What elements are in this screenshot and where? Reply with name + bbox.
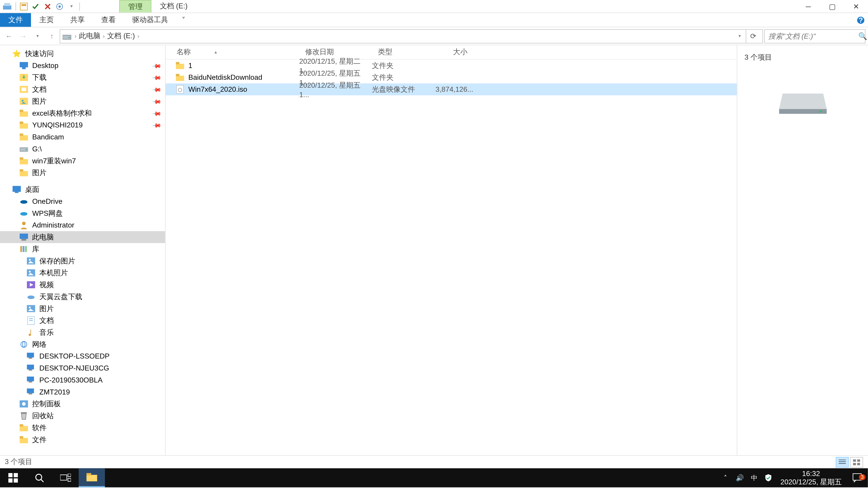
notification-button[interactable]: 3 — [846, 473, 868, 483]
refresh-icon[interactable]: ⟳ — [746, 30, 760, 43]
ribbon-tab-home[interactable]: 主页 — [31, 13, 62, 27]
tree-item[interactable]: ZMT2019 — [0, 386, 165, 398]
search-box[interactable]: 🔍 — [764, 29, 866, 43]
chevron-right-icon[interactable]: › — [103, 33, 105, 39]
tree-label: 软件 — [32, 423, 161, 433]
taskbar-search-button[interactable] — [26, 468, 53, 487]
tree-item[interactable]: YUNQISHI2019📌 — [0, 119, 165, 131]
svg-point-54 — [23, 341, 25, 347]
tree-label: DESKTOP-NJEU3CG — [39, 364, 162, 372]
address-dropdown-icon[interactable]: ▾ — [736, 33, 743, 39]
file-rows[interactable]: 12020/12/15, 星期二 1...文件夹BaiduNetdiskDown… — [166, 60, 737, 455]
tree-item[interactable]: Bandicam — [0, 131, 165, 143]
tree-item[interactable]: DESKTOP-NJEU3CG — [0, 362, 165, 374]
help-icon[interactable]: ? — [854, 13, 868, 27]
file-size: 3,874,126... — [432, 85, 473, 94]
svg-rect-86 — [8, 473, 12, 477]
tree-item[interactable]: 视频 — [0, 279, 165, 291]
tree-item[interactable]: 软件 — [0, 422, 165, 434]
tree-item[interactable]: 图片 — [0, 303, 165, 315]
tree-item[interactable]: PC-20190530OBLA — [0, 374, 165, 386]
chevron-right-icon[interactable]: › — [137, 33, 139, 39]
tree-item[interactable]: 回收站 — [0, 410, 165, 422]
file-row[interactable]: Win7x64_2020.iso2020/12/25, 星期五 1...光盘映像… — [166, 84, 737, 95]
svg-rect-89 — [14, 479, 18, 483]
tree-item[interactable]: 控制面板 — [0, 398, 165, 410]
column-size[interactable]: 大小 — [432, 47, 473, 57]
close-button[interactable]: ✕ — [844, 0, 868, 13]
ribbon-tab-file[interactable]: 文件 — [0, 13, 31, 27]
file-row[interactable]: BaiduNetdiskDownload2020/12/25, 星期五 1...… — [166, 71, 737, 84]
tree-item[interactable]: 图片 — [0, 167, 165, 179]
qat-properties-icon[interactable] — [19, 1, 29, 11]
tree-item[interactable]: 网络 — [0, 338, 165, 350]
navigation-pane[interactable]: ⭐ 快速访问 Desktop📌下载📌文档📌图片📌excel表格制作求和📌YUNQ… — [0, 45, 166, 455]
tree-item[interactable]: 音乐 — [0, 326, 165, 338]
tree-item[interactable]: 文档 — [0, 315, 165, 326]
tree-item[interactable]: G:\ — [0, 143, 165, 155]
tree-item[interactable]: win7重装win7 — [0, 155, 165, 167]
search-input[interactable] — [768, 32, 858, 40]
ribbon-tab-view[interactable]: 查看 — [93, 13, 124, 27]
breadcrumb[interactable]: 文档 (E:) — [107, 31, 135, 41]
view-large-button[interactable] — [850, 457, 863, 467]
nav-up-button[interactable]: ↑ — [45, 30, 58, 43]
app-icon[interactable] — [2, 1, 13, 11]
ime-icon[interactable]: 中 — [747, 473, 761, 482]
chevron-right-icon[interactable]: › — [74, 33, 76, 39]
preview-pane: 3 个项目 — [737, 45, 868, 455]
tree-item[interactable]: OneDrive — [0, 195, 165, 207]
ribbon-collapse-icon[interactable]: ˅ — [177, 13, 191, 27]
qat-delete-icon[interactable] — [42, 1, 53, 11]
contextual-tab-manage[interactable]: 管理 — [119, 0, 151, 12]
tree-item[interactable]: Desktop📌 — [0, 60, 165, 72]
pc-icon — [19, 232, 29, 242]
tree-item[interactable]: 文件 — [0, 434, 165, 446]
column-name[interactable]: 名称▴ — [166, 47, 299, 57]
nav-history-dropdown[interactable]: ▾ — [31, 30, 44, 43]
tray-overflow-icon[interactable]: ˄ — [718, 474, 733, 482]
file-row[interactable]: 12020/12/15, 星期二 1...文件夹 — [166, 60, 737, 72]
ribbon-tab-drivetools[interactable]: 驱动器工具 — [124, 13, 176, 27]
nav-forward-button[interactable]: → — [17, 30, 30, 43]
tree-item[interactable]: Administrator — [0, 219, 165, 231]
tree-item[interactable]: 文档📌 — [0, 84, 165, 95]
tree-desktop[interactable]: 桌面 — [0, 184, 165, 195]
qat-check-icon[interactable] — [30, 1, 41, 11]
svg-rect-28 — [20, 169, 23, 172]
tree-item[interactable]: WPS网盘 — [0, 207, 165, 219]
column-date[interactable]: 修改日期 — [299, 47, 372, 57]
maximize-button[interactable]: ▢ — [820, 0, 844, 13]
picfile-icon — [26, 256, 36, 266]
svg-rect-35 — [22, 239, 26, 240]
search-icon[interactable]: 🔍 — [858, 32, 867, 40]
taskbar-explorer-button[interactable] — [79, 468, 105, 487]
minimize-button[interactable]: ─ — [796, 0, 820, 13]
tree-item[interactable]: 天翼云盘下载 — [0, 291, 165, 303]
taskbar-clock[interactable]: 16:32 2020/12/25, 星期五 — [776, 469, 846, 486]
qat-settings-icon[interactable] — [54, 1, 65, 11]
column-type[interactable]: 类型 — [372, 47, 432, 57]
security-icon[interactable] — [761, 474, 776, 482]
start-button[interactable] — [0, 468, 26, 487]
tree-item[interactable]: 图片📌 — [0, 95, 165, 107]
tree-item[interactable]: 保存的图片 — [0, 255, 165, 267]
address-bar[interactable]: › 此电脑 › 文档 (E:) › ▾ ⟳ — [60, 29, 763, 43]
task-view-button[interactable] — [53, 468, 79, 487]
nav-back-button[interactable]: ← — [2, 30, 16, 43]
tree-item[interactable]: excel表格制作求和📌 — [0, 107, 165, 119]
user-icon — [19, 221, 29, 230]
tree-item[interactable]: 本机照片 — [0, 267, 165, 279]
breadcrumb[interactable]: 此电脑 — [79, 31, 100, 41]
tree-item[interactable]: DESKTOP-LSSOEDP — [0, 350, 165, 362]
tree-item[interactable]: 库 — [0, 243, 165, 255]
tree-quick-access[interactable]: ⭐ 快速访问 — [0, 48, 165, 60]
tree-item[interactable]: 下载📌 — [0, 71, 165, 84]
volume-icon[interactable]: 🔊 — [733, 474, 747, 482]
qat-dropdown-icon[interactable]: ▾ — [66, 1, 77, 11]
tree-item[interactable]: 此电脑 — [0, 231, 165, 243]
svg-rect-70 — [176, 64, 184, 69]
svg-rect-62 — [29, 393, 32, 394]
view-details-button[interactable] — [836, 457, 849, 467]
ribbon-tab-share[interactable]: 共享 — [62, 13, 93, 27]
